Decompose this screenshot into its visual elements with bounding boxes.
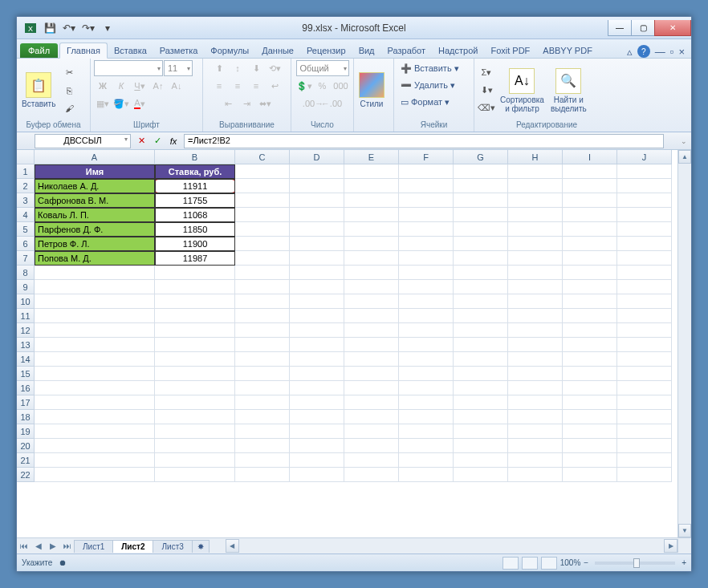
cut-icon[interactable]: ✂	[60, 65, 78, 81]
cell[interactable]	[399, 193, 454, 208]
row-header[interactable]: 9	[17, 280, 35, 294]
cell[interactable]	[617, 381, 672, 395]
cell[interactable]	[454, 164, 508, 179]
cell[interactable]	[35, 410, 155, 424]
cell[interactable]	[290, 468, 344, 482]
number-format-combo[interactable]: Общий	[296, 60, 349, 76]
cell[interactable]: Попова М. Д.	[35, 251, 155, 266]
next-sheet-icon[interactable]: ▶	[46, 539, 60, 554]
row-header[interactable]: 3	[17, 193, 35, 208]
cell[interactable]	[563, 323, 617, 338]
row-header[interactable]: 4	[17, 208, 35, 222]
new-sheet-icon[interactable]: ✸	[192, 540, 210, 553]
cell[interactable]	[617, 323, 672, 338]
column-header[interactable]: H	[508, 150, 563, 164]
cell[interactable]	[290, 439, 344, 453]
column-header[interactable]: B	[155, 150, 235, 164]
row-header[interactable]: 21	[17, 453, 35, 468]
row-header[interactable]: 7	[17, 251, 35, 266]
row-header[interactable]: 15	[17, 367, 35, 381]
row-header[interactable]: 8	[17, 266, 35, 280]
zoom-level[interactable]: 100%	[560, 558, 581, 567]
cell[interactable]	[454, 323, 508, 338]
cell[interactable]	[235, 453, 290, 468]
cell[interactable]	[508, 280, 563, 294]
cell[interactable]	[290, 164, 344, 179]
cell[interactable]	[235, 338, 290, 352]
cell[interactable]	[508, 164, 563, 179]
cell[interactable]	[344, 424, 399, 439]
cell[interactable]	[563, 410, 617, 424]
row-header[interactable]: 18	[17, 410, 35, 424]
insert-cells-button[interactable]: ➕Вставить ▾	[397, 60, 470, 76]
fill-icon[interactable]: ⬇▾	[478, 83, 495, 99]
cell[interactable]	[563, 439, 617, 453]
cell[interactable]: 11987	[155, 251, 235, 266]
cell[interactable]	[399, 179, 454, 193]
workbook-minimize-icon[interactable]: —	[655, 46, 665, 58]
cell[interactable]	[235, 309, 290, 323]
font-name-combo[interactable]	[94, 60, 163, 76]
row-header[interactable]: 11	[17, 309, 35, 323]
cell[interactable]	[399, 410, 454, 424]
cell[interactable]	[344, 395, 399, 410]
row-header[interactable]: 19	[17, 424, 35, 439]
cell[interactable]	[399, 222, 454, 237]
cell[interactable]	[155, 266, 235, 280]
bold-button[interactable]: Ж	[94, 78, 112, 94]
cell[interactable]	[399, 237, 454, 251]
cell[interactable]	[35, 367, 155, 381]
cell[interactable]	[617, 424, 672, 439]
row-header[interactable]: 14	[17, 352, 35, 367]
cell[interactable]	[617, 395, 672, 410]
cell[interactable]	[290, 323, 344, 338]
cell[interactable]	[617, 410, 672, 424]
cell[interactable]	[617, 179, 672, 193]
cell[interactable]	[454, 309, 508, 323]
cell[interactable]	[454, 193, 508, 208]
row-header[interactable]: 22	[17, 468, 35, 482]
cell[interactable]: Коваль Л. П.	[35, 208, 155, 222]
workbook-restore-icon[interactable]: ▫	[670, 46, 674, 58]
cell[interactable]	[617, 352, 672, 367]
cell[interactable]	[617, 164, 672, 179]
cell[interactable]	[235, 266, 290, 280]
cell[interactable]	[290, 338, 344, 352]
cell[interactable]	[563, 179, 617, 193]
row-header[interactable]: 6	[17, 237, 35, 251]
tab-addins[interactable]: Надстрой	[432, 43, 484, 58]
row-header[interactable]: 10	[17, 294, 35, 309]
cell[interactable]	[563, 381, 617, 395]
cell[interactable]	[344, 439, 399, 453]
column-header[interactable]: E	[344, 150, 399, 164]
cell[interactable]	[617, 367, 672, 381]
cell[interactable]	[454, 453, 508, 468]
cell[interactable]	[454, 251, 508, 266]
cell[interactable]	[290, 453, 344, 468]
active-cell-b2[interactable]: 11911	[155, 179, 235, 193]
cell[interactable]	[235, 395, 290, 410]
cell[interactable]	[344, 309, 399, 323]
cell[interactable]	[344, 280, 399, 294]
redo-icon[interactable]: ↷▾	[79, 19, 97, 37]
cell[interactable]	[290, 251, 344, 266]
cell[interactable]	[617, 237, 672, 251]
cell[interactable]	[235, 323, 290, 338]
cell[interactable]	[563, 294, 617, 309]
cell[interactable]	[235, 179, 290, 193]
enter-formula-icon[interactable]: ✓	[150, 134, 165, 148]
scroll-right-icon[interactable]: ▶	[664, 539, 677, 553]
cancel-formula-icon[interactable]: ✕	[134, 134, 149, 148]
cell[interactable]	[617, 468, 672, 482]
cell[interactable]: Парфенов Д. Ф.	[35, 222, 155, 237]
scroll-track[interactable]	[678, 164, 691, 524]
row-header[interactable]: 1	[17, 164, 35, 179]
cell[interactable]	[155, 280, 235, 294]
cell[interactable]	[508, 410, 563, 424]
workbook-close-icon[interactable]: ×	[678, 46, 685, 58]
row-header[interactable]: 16	[17, 381, 35, 395]
cell[interactable]	[508, 294, 563, 309]
percent-format-icon[interactable]: %	[314, 78, 332, 94]
sheet-tab-2[interactable]: Лист2	[112, 540, 153, 553]
help-icon[interactable]: ?	[637, 45, 650, 58]
